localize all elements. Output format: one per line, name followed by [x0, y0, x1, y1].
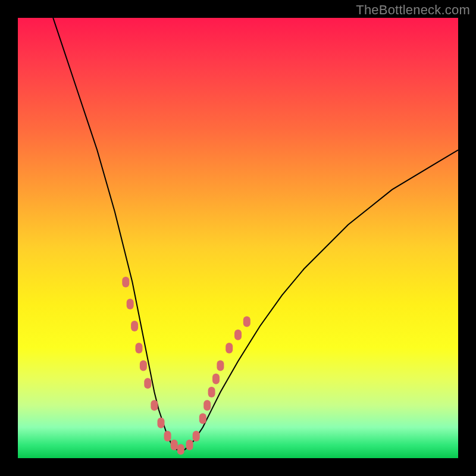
curve-marker	[158, 418, 165, 428]
curve-marker	[226, 343, 233, 353]
curve-marker	[144, 378, 151, 389]
chart-frame: TheBottleneck.com	[0, 0, 476, 476]
curve-marker	[243, 317, 250, 327]
curve-marker	[193, 431, 200, 441]
curve-marker	[217, 361, 224, 371]
curve-marker	[164, 431, 171, 441]
curve-marker	[171, 440, 178, 450]
curve-marker	[186, 440, 193, 450]
curve-marker	[212, 374, 220, 384]
curve-marker	[140, 361, 147, 371]
curve-marker	[203, 400, 211, 411]
curve-marker	[131, 321, 138, 331]
curve-marker	[151, 400, 158, 411]
curve-marker	[127, 299, 134, 309]
curve-marker	[199, 413, 206, 424]
bottleneck-curve	[18, 18, 458, 458]
curve-marker	[234, 330, 242, 340]
plot-area	[18, 18, 458, 458]
watermark-text: TheBottleneck.com	[356, 2, 470, 18]
bottleneck-curve-path	[53, 18, 458, 452]
curve-marker	[208, 387, 215, 397]
curve-marker	[177, 444, 184, 455]
curve-marker	[136, 343, 143, 353]
curve-marker	[122, 277, 129, 287]
